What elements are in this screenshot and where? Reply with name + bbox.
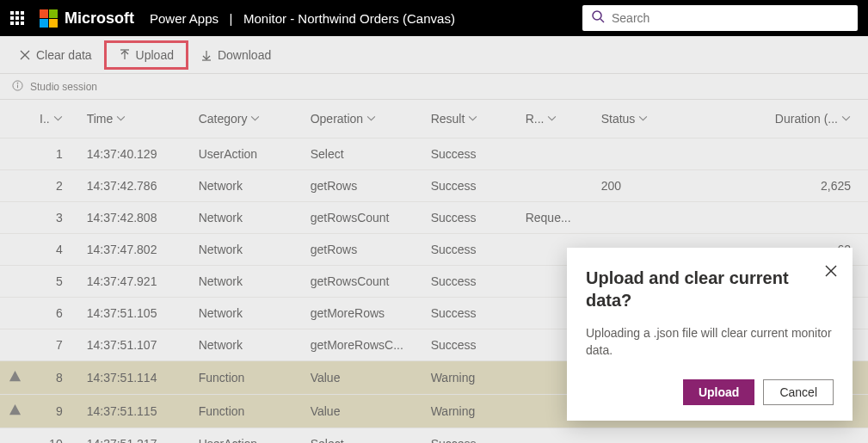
col-duration[interactable]: Duration (... — [679, 100, 868, 138]
dialog-title: Upload and clear current data? — [586, 267, 834, 311]
session-label: Studio session — [30, 81, 97, 93]
warning-icon — [9, 403, 22, 416]
col-id[interactable]: I.. — [31, 100, 78, 138]
chevron-down-icon — [547, 112, 557, 126]
table-row[interactable]: 314:37:42.808NetworkgetRowsCountSuccessR… — [0, 202, 868, 234]
dialog-cancel-button[interactable]: Cancel — [763, 379, 834, 405]
top-bar: Microsoft Power Apps | Monitor - Northwi… — [0, 0, 868, 36]
upload-highlight: Upload — [104, 40, 188, 70]
chevron-down-icon — [116, 112, 126, 126]
dialog-body: Uploading a .json file will clear curren… — [586, 325, 834, 359]
upload-dialog: Upload and clear current data? Uploading… — [567, 248, 853, 421]
chevron-down-icon — [250, 112, 260, 126]
status-bar: Studio session — [0, 74, 868, 100]
ms-logo-icon — [40, 9, 58, 28]
chevron-down-icon — [366, 112, 376, 126]
col-r[interactable]: R... — [517, 100, 593, 138]
upload-button[interactable]: Upload — [112, 45, 181, 65]
dialog-upload-button[interactable]: Upload — [683, 379, 754, 405]
col-result[interactable]: Result — [422, 100, 517, 138]
chevron-down-icon — [638, 112, 648, 126]
svg-point-10 — [17, 83, 18, 83]
warning-icon — [9, 370, 22, 383]
col-time[interactable]: Time — [78, 100, 190, 138]
svg-point-0 — [593, 11, 601, 20]
table-row[interactable]: 214:37:42.786NetworkgetRowsSuccess2002,6… — [0, 170, 868, 202]
svg-marker-11 — [9, 371, 21, 381]
chevron-down-icon — [468, 112, 477, 126]
col-status[interactable]: Status — [593, 100, 679, 138]
brand-label: Microsoft — [65, 9, 134, 28]
search-box[interactable] — [582, 5, 858, 31]
chevron-down-icon — [53, 112, 63, 126]
col-category[interactable]: Category — [190, 100, 302, 138]
breadcrumb: Power Apps | Monitor - Northwind Orders … — [150, 11, 455, 26]
table-row[interactable]: 114:37:40.129UserActionSelectSuccess — [0, 138, 868, 170]
table-row[interactable]: 1014:37:51.217UserActionSelectSuccess — [0, 428, 868, 444]
dialog-actions: Upload Cancel — [586, 379, 834, 405]
chevron-down-icon — [841, 112, 851, 126]
search-input[interactable] — [612, 11, 849, 25]
svg-line-1 — [600, 19, 604, 22]
page-title: Monitor - Northwind Orders (Canvas) — [243, 11, 455, 26]
app-launcher-icon[interactable] — [10, 11, 24, 25]
info-icon — [12, 80, 23, 94]
col-operation[interactable]: Operation — [302, 100, 422, 138]
svg-marker-12 — [9, 404, 21, 415]
download-button[interactable]: Download — [194, 45, 278, 65]
microsoft-logo: Microsoft — [40, 9, 134, 28]
clear-data-button[interactable]: Clear data — [12, 45, 99, 65]
close-button[interactable] — [825, 265, 837, 280]
search-icon — [591, 9, 605, 27]
table-header-row: I.. Time Category Operation Result R... … — [0, 100, 868, 138]
app-name[interactable]: Power Apps — [150, 11, 219, 26]
command-bar: Clear data Upload Download — [0, 36, 868, 74]
